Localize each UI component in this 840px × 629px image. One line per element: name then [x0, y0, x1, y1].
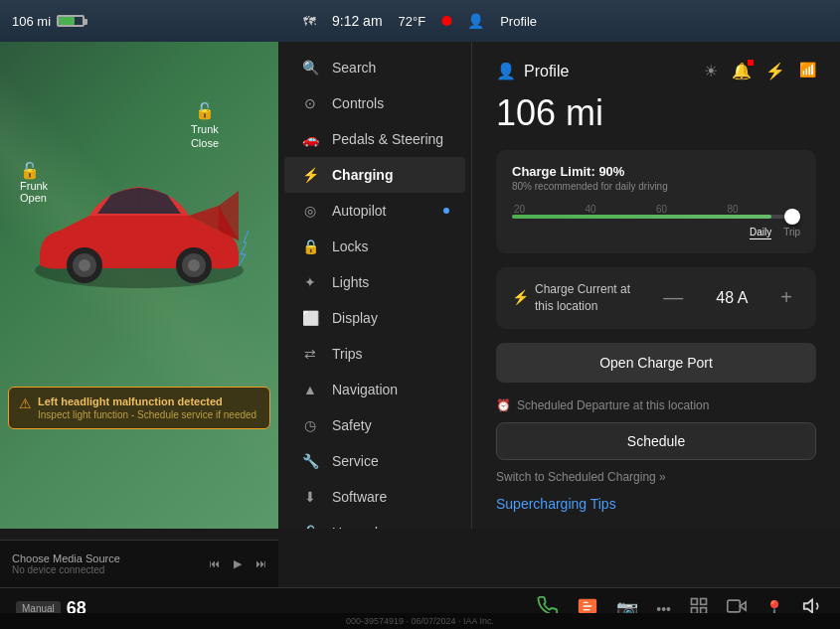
sidebar-item-search[interactable]: 🔍 Search: [284, 50, 465, 85]
svg-point-4: [79, 259, 90, 271]
daily-tab[interactable]: Daily: [750, 227, 771, 239]
next-button[interactable]: ⏭: [255, 557, 266, 570]
trip-tab[interactable]: Trip: [783, 227, 800, 239]
warning-banner: ⚠ Left headlight malfunction detected In…: [8, 387, 270, 429]
sidebar-item-pedals[interactable]: 🚗 Pedals & Steering: [284, 121, 465, 157]
sidebar-item-charging[interactable]: ⚡ Charging: [284, 157, 465, 193]
sidebar-pedals-label: Pedals & Steering: [332, 131, 443, 147]
prev-button[interactable]: ⏮: [209, 557, 220, 570]
sidebar-item-controls[interactable]: ⊙ Controls: [284, 85, 465, 121]
schedule-button[interactable]: Schedule: [496, 422, 816, 460]
bell-badge: [748, 60, 754, 66]
sidebar-display-label: Display: [332, 310, 378, 326]
sun-icon: ☀: [704, 62, 718, 80]
svg-marker-15: [804, 600, 812, 613]
sidebar-item-safety[interactable]: ◷ Safety: [284, 407, 465, 443]
sidebar-search-label: Search: [332, 60, 376, 76]
sidebar-service-label: Service: [332, 453, 379, 469]
sidebar: 🔍 Search ⊙ Controls 🚗 Pedals & Steering …: [278, 42, 472, 529]
slider-track[interactable]: [512, 215, 800, 219]
media-source: Choose Media Source: [12, 552, 120, 564]
slider-fill: [512, 215, 771, 219]
sidebar-item-locks[interactable]: 🔒 Locks: [284, 229, 465, 264]
slider-label-20: 20: [514, 204, 525, 215]
switch-charging[interactable]: Switch to Scheduled Charging »: [496, 470, 816, 484]
media-controls[interactable]: ⏮ ▶ ⏭: [209, 557, 266, 570]
trunk-label: 🔓 Trunk Close: [191, 101, 219, 150]
charge-current-label: ⚡ Charge Current at this location: [512, 281, 631, 315]
charge-rec-label: 80% recommended for daily driving: [512, 181, 800, 192]
sidebar-item-software[interactable]: ⬇ Software: [284, 479, 465, 515]
footer-text: 000-39574919 · 06/07/2024 · IAA Inc.: [346, 616, 494, 626]
locks-icon: 🔒: [300, 238, 320, 254]
range-main-display: 106 mi: [496, 92, 816, 134]
wifi-icon: 📶: [799, 62, 816, 80]
bluetooth-icon: ⚡: [765, 62, 785, 80]
navigation-icon: ▲: [300, 382, 320, 397]
service-icon: 🔧: [300, 453, 320, 469]
profile-title-row: 👤 Profile: [496, 62, 569, 80]
lights-icon: ✦: [300, 274, 320, 290]
status-bar: 106 mi 🗺 9:12 am 72°F 👤 Profile: [0, 0, 840, 42]
slider-thumb[interactable]: [784, 209, 800, 225]
open-charge-port-button[interactable]: Open Charge Port: [496, 343, 816, 383]
sidebar-item-service[interactable]: 🔧 Service: [284, 443, 465, 479]
profile-header: 👤 Profile ☀ 🔔 ⚡ 📶: [496, 62, 816, 80]
sidebar-item-trips[interactable]: ⇄ Trips: [284, 336, 465, 372]
slider-label-40: 40: [586, 204, 596, 215]
slider-label-60: 60: [656, 204, 667, 215]
range-value: 106 mi: [12, 14, 51, 29]
search-icon: 🔍: [300, 60, 320, 76]
warning-icon: ⚠: [19, 395, 32, 411]
controls-icon: ⊙: [300, 95, 320, 111]
sidebar-item-navigation[interactable]: ▲ Navigation: [284, 372, 465, 407]
battery-fill: [59, 17, 75, 25]
sidebar-item-display[interactable]: ⬜ Display: [284, 300, 465, 336]
sidebar-item-upgrades[interactable]: 🔓 Upgrades: [284, 515, 465, 529]
increase-current-button[interactable]: +: [772, 282, 800, 313]
scheduled-section: ⏰ Scheduled Departure at this location S…: [496, 398, 816, 512]
car-illustration: [20, 171, 258, 304]
charge-current-icon: ⚡: [512, 288, 529, 308]
car-svg: [20, 171, 258, 300]
trips-icon: ⇄: [300, 346, 320, 362]
sidebar-item-lights[interactable]: ✦ Lights: [284, 264, 465, 300]
person-icon: 👤: [467, 13, 484, 29]
daily-trip-tabs[interactable]: Daily Trip: [512, 227, 800, 239]
current-control[interactable]: — 48 A +: [655, 282, 800, 313]
temp-display: 72°F: [399, 14, 426, 29]
charge-slider-container[interactable]: 20 40 60 80: [512, 204, 800, 219]
main-content: 👤 Profile ☀ 🔔 ⚡ 📶 106 mi Charge Limit: 9…: [472, 42, 840, 529]
supercharging-tips-link[interactable]: Supercharging Tips: [496, 496, 816, 512]
media-device: No device connected: [12, 564, 120, 575]
charge-limit-label: Charge Limit: 90%: [512, 164, 800, 179]
media-bar: Choose Media Source No device connected …: [0, 540, 278, 587]
charge-current-section: ⚡ Charge Current at this location — 48 A…: [496, 267, 816, 329]
slider-numbers: 20 40 60 80: [512, 204, 800, 215]
range-display: 106 mi: [12, 14, 84, 29]
bell-icon[interactable]: 🔔: [732, 62, 752, 80]
charging-icon: ⚡: [300, 167, 320, 183]
decrease-current-button[interactable]: —: [655, 282, 691, 313]
display-icon: ⬜: [300, 310, 320, 326]
clock-icon: ⏰: [496, 398, 511, 412]
play-button[interactable]: ▶: [234, 557, 242, 570]
header-icons: ☀ 🔔 ⚡ 📶: [704, 62, 816, 80]
nav-icon: 🗺: [303, 14, 316, 29]
sidebar-item-autopilot[interactable]: ◎ Autopilot: [284, 193, 465, 229]
scheduled-title: ⏰ Scheduled Departure at this location: [496, 398, 816, 412]
svg-marker-13: [740, 602, 746, 610]
rec-indicator: [441, 16, 451, 26]
svg-rect-14: [728, 600, 741, 612]
autopilot-dot: [443, 208, 449, 214]
battery-icon: [57, 15, 84, 27]
svg-rect-10: [701, 599, 707, 605]
profile-title-text: Profile: [524, 63, 569, 80]
sidebar-software-label: Software: [332, 489, 387, 505]
sidebar-navigation-label: Navigation: [332, 382, 398, 397]
sidebar-upgrades-label: Upgrades: [332, 525, 393, 529]
sidebar-lights-label: Lights: [332, 274, 369, 290]
footer: 000-39574919 · 06/07/2024 · IAA Inc.: [0, 613, 840, 629]
rec-dot: [441, 16, 451, 26]
profile-person-icon: 👤: [496, 62, 516, 80]
